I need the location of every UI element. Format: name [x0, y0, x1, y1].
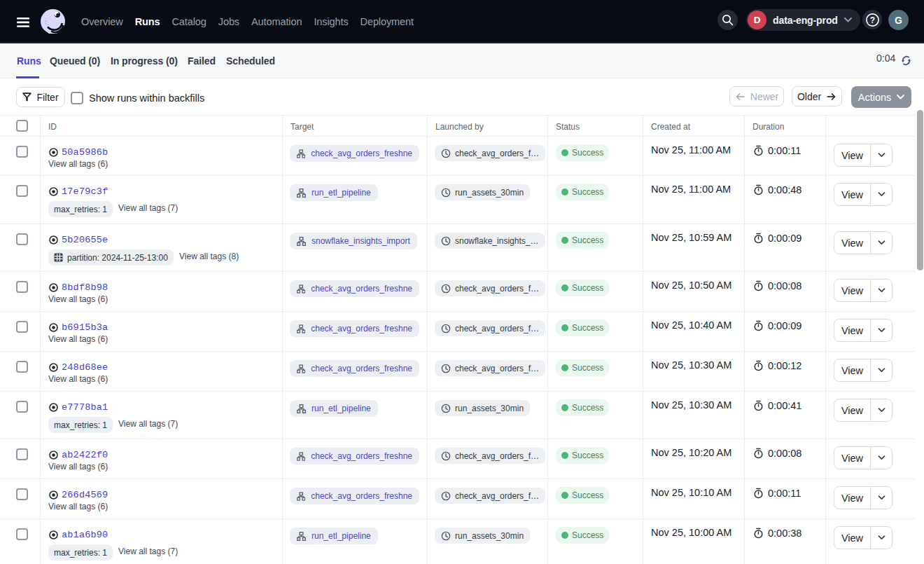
svg-text:?: ? [869, 15, 874, 25]
